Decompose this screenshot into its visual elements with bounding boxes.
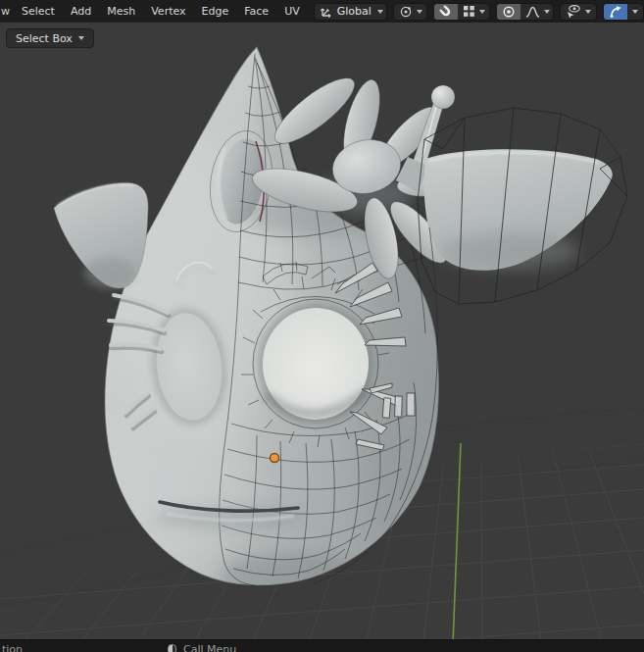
- snap-group: [433, 3, 490, 21]
- viewport-3d[interactable]: [0, 0, 644, 652]
- gizmo-arc-arrow-icon: [609, 5, 622, 19]
- visibility-dropdown[interactable]: [560, 3, 597, 21]
- gizmo-dropdown[interactable]: [627, 4, 643, 20]
- menu-add[interactable]: Add: [65, 5, 97, 18]
- chevron-down-icon: [417, 10, 422, 14]
- snap-toggle[interactable]: [434, 4, 458, 20]
- mouse-icon: [168, 644, 176, 652]
- viewport-header: w Select Add Mesh Vertex Edge Face UV Gl…: [0, 0, 644, 23]
- chevron-down-icon: [632, 10, 638, 14]
- transform-orientation-dropdown[interactable]: Global: [314, 3, 387, 21]
- active-tool-label: Select Box: [16, 32, 73, 45]
- pivot-point-icon: [399, 5, 413, 19]
- transform-orientation-icon: [320, 5, 333, 19]
- active-tool-button[interactable]: Select Box: [6, 28, 94, 48]
- chevron-down-icon: [544, 10, 550, 14]
- antenna-ball: [431, 85, 455, 109]
- chevron-down-icon: [78, 36, 84, 40]
- snap-targets-icon: [463, 5, 475, 18]
- chevron-down-icon: [377, 10, 383, 14]
- magnet-icon: [439, 5, 453, 19]
- menu-uv[interactable]: UV: [278, 5, 306, 18]
- menu-select[interactable]: Select: [16, 5, 61, 18]
- falloff-curve-icon: [525, 5, 540, 19]
- status-bar: tion Call Menu: [0, 639, 644, 652]
- snap-settings-dropdown[interactable]: [458, 4, 490, 20]
- origin-point: [271, 454, 279, 463]
- menu-vertex[interactable]: Vertex: [145, 5, 191, 18]
- orientation-label: Global: [337, 5, 373, 18]
- gizmo-group: [603, 3, 644, 21]
- status-mouse-hint: Call Menu: [183, 643, 236, 652]
- proportional-editing-icon: [502, 5, 516, 19]
- menu-face[interactable]: Face: [238, 5, 274, 18]
- visibility-eye-pointer-icon: [566, 4, 581, 19]
- show-gizmo-toggle[interactable]: [604, 4, 627, 20]
- proportional-editing-toggle[interactable]: [497, 4, 520, 20]
- status-left-fragment: tion: [2, 643, 23, 652]
- menu-edge[interactable]: Edge: [196, 5, 235, 18]
- chevron-down-icon: [479, 10, 485, 14]
- menu-partial-view[interactable]: w: [0, 5, 10, 18]
- chevron-down-icon: [585, 10, 591, 14]
- pivot-point-dropdown[interactable]: [393, 3, 427, 21]
- falloff-dropdown[interactable]: [520, 4, 554, 20]
- menu-mesh[interactable]: Mesh: [101, 5, 141, 18]
- proportional-group: [496, 3, 554, 21]
- blender-window: w Select Add Mesh Vertex Edge Face UV Gl…: [0, 0, 644, 652]
- header-right-toggles: [554, 3, 644, 21]
